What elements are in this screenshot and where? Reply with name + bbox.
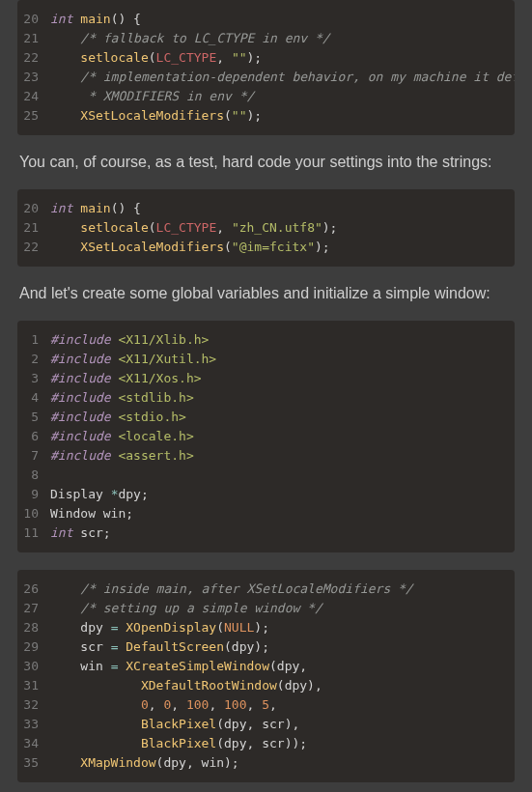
token-ty: (dpy), (277, 678, 322, 693)
token-fn: BlackPixel (141, 717, 216, 731)
token-ty: dpy (50, 620, 111, 635)
line-number: 31 (17, 676, 50, 695)
token-ty: ( (149, 220, 156, 235)
token-ty (50, 70, 80, 84)
line-number: 10 (17, 504, 50, 523)
token-ty: ( (224, 240, 232, 254)
token-ty (50, 736, 141, 750)
line-number: 25 (17, 106, 50, 126)
prose-paragraph: And let's create some global variables a… (0, 267, 532, 321)
token-id: LC_CTYPE (156, 50, 217, 65)
code-content: /* implementation-dependent behavior, on… (50, 68, 515, 87)
token-ty: ( (149, 50, 156, 65)
token-kw: #include (50, 332, 111, 347)
document-root: 20int main() {21 /* fallback to LC_CTYPE… (0, 0, 532, 782)
code-line: 10Window win; (17, 504, 515, 523)
token-inc: <assert.h> (118, 448, 193, 463)
token-fn: DefaultScreen (126, 639, 224, 654)
code-content: setlocale(LC_CTYPE, "zh_CN.utf8"); (50, 218, 515, 238)
code-content: scr = DefaultScreen(dpy); (50, 637, 515, 657)
token-cmt: /* inside main, after XSetLocaleModifier… (80, 581, 412, 596)
code-content: /* fallback to LC_CTYPE in env */ (50, 29, 515, 48)
line-number: 3 (17, 369, 50, 388)
line-number: 20 (17, 199, 50, 218)
token-kw: #include (50, 390, 111, 405)
code-content: BlackPixel(dpy, scr), (50, 715, 515, 734)
code-content: XSetLocaleModifiers(""); (50, 106, 515, 126)
line-number: 24 (17, 87, 50, 106)
line-number: 35 (17, 753, 50, 773)
line-number: 23 (17, 68, 50, 87)
token-ty (50, 108, 80, 123)
code-line: 22 XSetLocaleModifiers("@im=fcitx"); (17, 238, 515, 257)
token-ty: (dpy, scr), (216, 717, 299, 731)
token-inc: <stdio.h> (118, 410, 185, 424)
code-content: #include <stdlib.h> (50, 388, 515, 408)
token-str: "" (232, 50, 247, 65)
line-number: 30 (17, 657, 50, 676)
token-kw: int (50, 12, 72, 26)
code-content: Window win; (50, 504, 515, 523)
code-content: BlackPixel(dpy, scr)); (50, 734, 515, 753)
token-fn: BlackPixel (141, 736, 216, 750)
code-content: /* setting up a simple window */ (50, 599, 515, 618)
code-line: 30 win = XCreateSimpleWindow(dpy, (17, 657, 515, 676)
token-num: 5 (262, 697, 269, 712)
token-inc: <X11/Xlib.h> (118, 332, 209, 347)
token-ty (50, 755, 80, 770)
code-line: 25 XSetLocaleModifiers(""); (17, 106, 515, 126)
token-fn: main (80, 201, 110, 215)
code-content: 0, 0, 100, 100, 5, (50, 695, 515, 715)
code-content (50, 466, 515, 485)
code-line: 6#include <locale.h> (17, 427, 515, 446)
code-content: #include <stdio.h> (50, 408, 515, 427)
line-number: 27 (17, 599, 50, 618)
line-number: 21 (17, 218, 50, 238)
token-fn: XOpenDisplay (126, 620, 216, 635)
code-line: 21 /* fallback to LC_CTYPE in env */ (17, 29, 515, 48)
token-cmt: /* fallback to LC_CTYPE in env */ (80, 31, 329, 45)
token-str: "" (232, 108, 247, 123)
token-fn: setlocale (80, 220, 148, 235)
token-id: LC_CTYPE (156, 220, 217, 235)
token-inc: <stdlib.h> (118, 390, 193, 405)
token-kw: #include (50, 371, 111, 385)
code-content: #include <locale.h> (50, 427, 515, 446)
code-line: 29 scr = DefaultScreen(dpy); (17, 637, 515, 657)
token-inc: <X11/Xos.h> (118, 371, 201, 385)
token-ty: , (216, 50, 232, 65)
token-ty: Window win; (50, 506, 133, 521)
code-content: dpy = XOpenDisplay(NULL); (50, 618, 515, 637)
code-line: 22 setlocale(LC_CTYPE, ""); (17, 48, 515, 68)
token-cmt: * XMODIFIERS in env */ (80, 89, 254, 103)
line-number: 5 (17, 408, 50, 427)
token-ty: , (171, 697, 186, 712)
token-cmt: /* implementation-dependent behavior, on… (80, 70, 515, 84)
code-content: setlocale(LC_CTYPE, ""); (50, 48, 515, 68)
token-ty (50, 581, 80, 596)
token-cmt: /* setting up a simple window */ (80, 601, 322, 615)
line-number: 29 (17, 637, 50, 657)
code-block: 1#include <X11/Xlib.h>2#include <X11/Xut… (17, 321, 515, 552)
line-number: 22 (17, 238, 50, 257)
code-block: 20int main() {21 setlocale(LC_CTYPE, "zh… (17, 189, 515, 267)
code-content: #include <assert.h> (50, 446, 515, 466)
token-str: "zh_CN.utf8" (232, 220, 322, 235)
token-ty: ); (247, 50, 263, 65)
line-number: 9 (17, 485, 50, 504)
line-number: 34 (17, 734, 50, 753)
code-content: #include <X11/Xos.h> (50, 369, 515, 388)
line-number: 28 (17, 618, 50, 637)
token-fn: XCreateSimpleWindow (126, 659, 269, 673)
code-block: 20int main() {21 /* fallback to LC_CTYPE… (17, 0, 515, 135)
token-ty (50, 697, 141, 712)
code-line: 26 /* inside main, after XSetLocaleModif… (17, 580, 515, 599)
code-line: 35 XMapWindow(dpy, win); (17, 753, 515, 773)
token-ty: scr; (72, 525, 110, 540)
token-ty (50, 678, 141, 693)
token-ty: , (149, 697, 164, 712)
code-line: 8 (17, 466, 515, 485)
code-line: 21 setlocale(LC_CTYPE, "zh_CN.utf8"); (17, 218, 515, 238)
code-content: XSetLocaleModifiers("@im=fcitx"); (50, 238, 515, 257)
token-ty: , (216, 220, 232, 235)
